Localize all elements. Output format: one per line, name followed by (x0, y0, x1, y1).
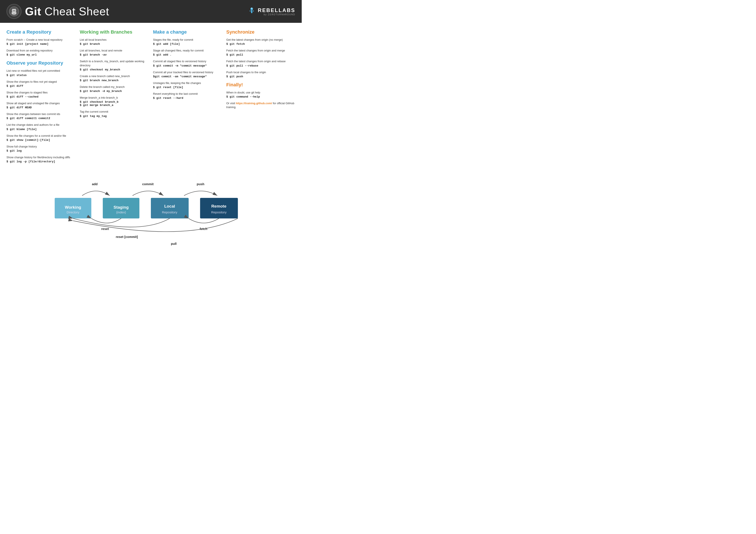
working-dir-label: Working (65, 205, 81, 210)
column-3: Make a change Stages the file, ready for… (153, 29, 226, 166)
entry-desc: Commit all staged files to versioned his… (153, 60, 222, 63)
git-logo (7, 4, 21, 19)
branches-title: Working with Branches (80, 29, 149, 35)
entry-cmd: $ git tag my_tag (80, 114, 149, 118)
svg-point-6 (13, 13, 15, 15)
svg-rect-9 (251, 10, 252, 13)
entry-cmd: $ git diff (7, 85, 75, 88)
svg-marker-10 (250, 10, 251, 12)
entry-desc: List the change dates and authors for a … (7, 123, 75, 127)
entry-cmd: $ git add . (153, 53, 222, 56)
entry-desc: Merge branch_a into branch_b (80, 96, 149, 100)
svg-marker-11 (253, 10, 254, 12)
pull-label: pull (171, 242, 176, 245)
entry-cmd: $ git pull --rebase (226, 64, 295, 67)
rebel-icon (247, 6, 256, 16)
entry-desc: Fetch the latest changes from origin and… (226, 49, 295, 53)
entry-git-help: When in doubt, use git help $ git comman… (226, 91, 295, 98)
entry-cmd: $ git log (7, 149, 75, 152)
github-training-link[interactable]: https://training.github.com/ (236, 102, 272, 105)
entry-desc: List all local branches (80, 38, 149, 42)
entry-desc: Commit all your tracked files to version… (153, 70, 222, 74)
column-4: Synchronize Get the latest changes from … (226, 29, 295, 166)
entry-cmd: $ git status (7, 74, 75, 77)
entry-git-diff-head: Show all staged and unstaged file change… (7, 101, 75, 109)
entry-git-pull-rebase: Fetch the latest changes from origin and… (226, 60, 295, 67)
entry-desc: Show the changes to staged files (7, 91, 75, 94)
entry-git-add-file: Stages the file, ready for commit $ git … (153, 38, 222, 46)
change-title: Make a change (153, 29, 222, 35)
working-dir-sublabel: Directory (67, 211, 80, 214)
commit-label: commit (142, 183, 154, 186)
entry-desc: Or visit https://training.github.com/ fo… (226, 101, 295, 109)
entry-github-link: Or visit https://training.github.com/ fo… (226, 101, 295, 109)
entry-git-tag: Tag the current commit $ git tag my_tag (80, 110, 149, 117)
entry-git-branch-av: List all branches, local and remote $ gi… (80, 49, 149, 56)
entry-cmd: $ git log -p [file/directory] (7, 160, 75, 163)
entry-git-log-p: Show change history for file/directory i… (7, 156, 75, 163)
git-flow-diagram: add commit push Working Directory Stagin… (7, 173, 295, 246)
entry-git-commit-am: Commit all your tracked files to version… (153, 70, 222, 78)
entry-desc: List all branches, local and remote (80, 49, 149, 53)
entry-desc: Push local changes to the origin (226, 70, 295, 74)
entry-git-status: List new or modified files not yet commi… (7, 69, 75, 77)
remote-label: Remote (211, 204, 227, 208)
svg-point-8 (251, 8, 252, 9)
svg-point-5 (14, 10, 15, 11)
entry-cmd: $git commit -am "commit message" (153, 75, 222, 78)
staging-sublabel: (index) (116, 211, 126, 214)
entry-cmd: $ git branch new_branch (80, 79, 149, 82)
entry-git-blame: List the change dates and authors for a … (7, 123, 75, 131)
entry-desc: Show the file changes for a commit id an… (7, 134, 75, 138)
header-left: Git Cheat Sheet (7, 4, 109, 19)
reset-label: reset (101, 227, 109, 231)
entry-desc: From scratch -- Create a new local repos… (7, 38, 75, 42)
entry-desc: Download from an existing repository (7, 49, 75, 53)
entry-desc: Unstages file, keeping the file changes (153, 81, 222, 85)
push-label: push (197, 183, 204, 186)
entry-git-diff-cached: Show the changes to staged files $ git d… (7, 91, 75, 98)
local-sublabel: Repository (162, 211, 177, 214)
entry-cmd: $ git diff commit1 commit2 (7, 117, 75, 120)
entry-git-show: Show the file changes for a commit id an… (7, 134, 75, 142)
git-flow-svg: add commit push Working Directory Stagin… (7, 173, 295, 246)
diagram-section: add commit push Working Directory Stagin… (0, 170, 302, 252)
entry-git-merge: Merge branch_a into branch_b $ git check… (80, 96, 149, 107)
entry-cmd: $ git fetch (226, 42, 295, 46)
entry-cmd: $ git checkout my_branch (80, 68, 149, 71)
entry-git-clone: Download from an existing repository $ g… (7, 49, 75, 56)
entry-git-diff: Show the changes to files not yet staged… (7, 80, 75, 88)
entry-cmd: $ git push (226, 75, 295, 78)
entry-cmd: $ git blame [file] (7, 128, 75, 131)
entry-cmd: $ git checkout branch_b (80, 100, 149, 104)
entry-desc: Tag the current commit (80, 110, 149, 114)
main-content: Create a Repository From scratch -- Crea… (0, 23, 302, 170)
entry-cmd: $ git add [file] (153, 42, 222, 46)
header-title: Git Cheat Sheet (25, 5, 109, 18)
entry-git-branch: List all local branches $ git branch (80, 38, 149, 46)
entry-git-add-all: Stage all changed files, ready for commi… (153, 49, 222, 56)
entry-cmd2: $ git merge branch_a (80, 104, 149, 107)
entry-git-branch-delete: Delete the branch called my_branch $ git… (80, 85, 149, 93)
entry-cmd: $ git diff --cached (7, 95, 75, 98)
rebel-labs-text: REBELLABS by ZEROTURNAROUND (258, 7, 295, 16)
entry-cmd: $ git branch -d my_branch (80, 89, 149, 93)
svg-point-4 (13, 10, 14, 11)
staging-label: Staging (114, 205, 129, 210)
entry-git-init: From scratch -- Create a new local repos… (7, 38, 75, 46)
entry-cmd: $ git init [project name] (7, 42, 75, 46)
entry-cmd: $ git diff HEAD (7, 106, 75, 109)
entry-git-reset-file: Unstages file, keeping the file changes … (153, 81, 222, 89)
column-1: Create a Repository From scratch -- Crea… (7, 29, 80, 166)
entry-desc: Get the latest changes from origin (no m… (226, 38, 295, 42)
entry-desc: Stages the file, ready for commit (153, 38, 222, 42)
entry-cmd: $ git branch -av (80, 53, 149, 56)
entry-desc: Revert everything to the last commit (153, 92, 222, 96)
entry-git-reset-hard: Revert everything to the last commit $ g… (153, 92, 222, 100)
observe-repo-title: Observe your Repository (7, 60, 75, 66)
entry-git-commit-m: Commit all staged files to versioned his… (153, 60, 222, 67)
create-repo-title: Create a Repository (7, 29, 75, 35)
entry-desc: Show all staged and unstaged file change… (7, 101, 75, 105)
entry-cmd: $ git clone my_url (7, 53, 75, 56)
local-label: Local (164, 204, 175, 208)
